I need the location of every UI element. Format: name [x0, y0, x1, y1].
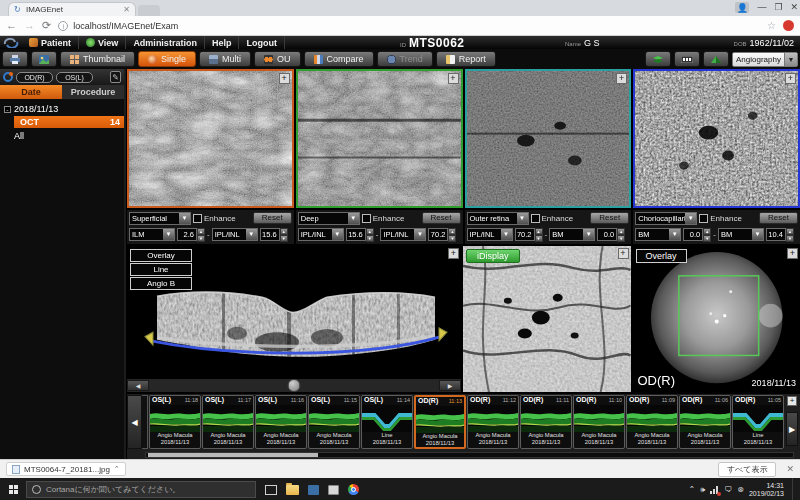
- offset2-stepper[interactable]: 70.2▲▼: [428, 228, 456, 241]
- scroll-handle[interactable]: [288, 379, 301, 392]
- fundus-panel[interactable]: Overlay + OD(R) 2018/11/13: [633, 246, 800, 392]
- print-button[interactable]: [2, 51, 28, 67]
- boundary2-select[interactable]: IPL/INL▼: [212, 228, 258, 241]
- offset1-stepper[interactable]: 70.2▲▼: [515, 228, 543, 241]
- thumbnail-partial[interactable]: [142, 395, 148, 449]
- taskbar-app-icon[interactable]: [328, 485, 339, 495]
- strip-scroll-left-button[interactable]: ◀: [127, 395, 142, 449]
- idisplay-button[interactable]: iDisplay: [466, 249, 520, 263]
- angio-panel-deep[interactable]: +: [296, 69, 463, 208]
- chrome-icon[interactable]: [348, 484, 359, 495]
- reset-button[interactable]: Reset: [759, 212, 798, 224]
- browser-extension-icon[interactable]: [783, 20, 794, 31]
- expand-icon[interactable]: +: [279, 73, 290, 84]
- scroll-left-icon[interactable]: ◀: [127, 380, 149, 391]
- angio-panel-outer-retina[interactable]: +: [465, 69, 632, 208]
- window-close-button[interactable]: ✕: [790, 1, 798, 13]
- layer-select[interactable]: Deep▼: [298, 212, 360, 225]
- collapse-icon[interactable]: -: [4, 106, 11, 113]
- tree-date-node[interactable]: - 2018/11/13: [4, 104, 124, 114]
- expand-icon[interactable]: +: [616, 73, 627, 84]
- line-button[interactable]: Line: [130, 263, 192, 276]
- angio-panel-choriocapillaris[interactable]: +: [633, 69, 800, 208]
- boundary2-select[interactable]: BM▼: [549, 228, 595, 241]
- notification-icon[interactable]: 🗨: [724, 485, 732, 494]
- thumbnail[interactable]: OS(L)11:18 Angio Macula2018/11/13: [149, 395, 201, 449]
- threed-view-button[interactable]: [703, 51, 729, 67]
- forward-icon[interactable]: →: [24, 20, 35, 31]
- download-chevron-icon[interactable]: ⌃: [114, 465, 120, 473]
- thumbnail[interactable]: OS(L)11:17 Angio Macula2018/11/13: [202, 395, 254, 449]
- back-icon[interactable]: ←: [6, 20, 17, 31]
- enhance-checkbox[interactable]: [193, 214, 202, 223]
- thumbnail[interactable]: OD(R)11:11 Angio Macula2018/11/13: [520, 395, 572, 449]
- offset2-stepper[interactable]: 0.0▲▼: [597, 228, 625, 241]
- thumbnail[interactable]: OD(R)11:10 Angio Macula2018/11/13: [573, 395, 625, 449]
- volume-icon[interactable]: 🕪: [700, 485, 705, 495]
- scroll-right-icon[interactable]: ▶: [439, 380, 461, 391]
- annotation-tool-button[interactable]: [674, 51, 700, 67]
- address-input[interactable]: i localhost/IMAGEnet/Exam: [58, 18, 760, 33]
- show-all-downloads-button[interactable]: すべて表示: [718, 462, 777, 477]
- trend-button[interactable]: Trend: [377, 51, 433, 67]
- boundary1-select[interactable]: BM▼: [635, 228, 681, 241]
- reload-icon[interactable]: ⟳: [42, 20, 51, 31]
- os-eye-button[interactable]: OS(L): [56, 72, 93, 83]
- enface-panel[interactable]: iDisplay +: [463, 246, 631, 392]
- strip-scrollbar[interactable]: [145, 452, 794, 458]
- tree-oct-node[interactable]: OCT 14: [14, 116, 124, 128]
- bscan-slice-scrollbar[interactable]: ◀ ▶: [127, 379, 461, 392]
- tab-procedure[interactable]: Procedure: [62, 85, 124, 99]
- tab-date[interactable]: Date: [0, 85, 62, 99]
- pin-icon[interactable]: ✎: [110, 71, 121, 83]
- report-button[interactable]: Report: [436, 51, 496, 67]
- menu-view[interactable]: View: [79, 36, 126, 49]
- expand-icon[interactable]: +: [618, 248, 629, 259]
- fundus-overlay-button[interactable]: Overlay: [636, 249, 687, 263]
- network-icon[interactable]: [710, 486, 719, 494]
- task-view-icon[interactable]: [265, 485, 277, 495]
- thumbnail[interactable]: OD(R)11:05 Line2018/11/13: [732, 395, 784, 449]
- offset2-stepper[interactable]: 10.4▲▼: [766, 228, 794, 241]
- download-item[interactable]: MTS0064-7_20181...jpg ⌃: [6, 462, 126, 476]
- profile-icon[interactable]: 👤: [735, 2, 749, 13]
- mode-select[interactable]: Angiography ▼: [732, 52, 798, 67]
- menu-logout[interactable]: Logout: [239, 36, 285, 49]
- taskbar-app-icon[interactable]: [308, 485, 319, 495]
- thumbnail[interactable]: OS(L)11:14 Line2018/11/13: [361, 395, 413, 449]
- thumbnail[interactable]: OD(R)11:09 Angio Macula2018/11/13: [626, 395, 678, 449]
- thumbnail[interactable]: OD(R)11:06 Angio Macula2018/11/13: [679, 395, 731, 449]
- thumbnail-selected[interactable]: OD(R)11:13 Angio Macula2018/11/13: [414, 395, 466, 449]
- download-bar-close-icon[interactable]: ✕: [786, 464, 794, 474]
- menu-administration[interactable]: Administration: [126, 36, 205, 49]
- layer-select[interactable]: Choriocapillaris▼: [635, 212, 697, 225]
- single-view-button[interactable]: Single: [138, 51, 196, 67]
- reset-button[interactable]: Reset: [590, 212, 629, 224]
- offset1-stepper[interactable]: 2.6▲▼: [177, 228, 205, 241]
- new-tab-button[interactable]: [138, 5, 160, 16]
- layer-select[interactable]: Outer retina▼: [467, 212, 529, 225]
- tab-close-icon[interactable]: ✕: [123, 5, 130, 14]
- reset-button[interactable]: Reset: [422, 212, 461, 224]
- enhance-checkbox[interactable]: [362, 214, 371, 223]
- expand-icon[interactable]: +: [785, 73, 796, 84]
- refresh-icon[interactable]: [3, 72, 13, 82]
- enhance-checkbox[interactable]: [531, 214, 540, 223]
- expand-icon[interactable]: +: [787, 248, 798, 259]
- export-image-button[interactable]: [31, 51, 57, 67]
- boundary1-select[interactable]: IPL/INL▼: [298, 228, 344, 241]
- show-desktop-button[interactable]: [792, 478, 796, 500]
- offset1-stepper[interactable]: 15.6▲▼: [346, 228, 374, 241]
- site-info-icon[interactable]: i: [58, 21, 68, 31]
- overlay-button[interactable]: Overlay: [130, 249, 192, 262]
- menu-help[interactable]: Help: [205, 36, 240, 49]
- action-center-icon[interactable]: ⊗: [737, 485, 744, 494]
- boundary2-select[interactable]: BM▼: [718, 228, 764, 241]
- ou-view-button[interactable]: OU: [254, 51, 301, 67]
- cortana-search-input[interactable]: Cortanaに何か聞いてみてください。: [26, 481, 256, 498]
- thumbnail-view-button[interactable]: Thumbnail: [60, 51, 135, 67]
- strip-scroll-right-button[interactable]: ▶: [786, 412, 798, 446]
- detach-strip-icon[interactable]: +: [787, 396, 797, 406]
- boundary1-select[interactable]: IPL/INL▼: [467, 228, 513, 241]
- file-explorer-icon[interactable]: [286, 485, 299, 495]
